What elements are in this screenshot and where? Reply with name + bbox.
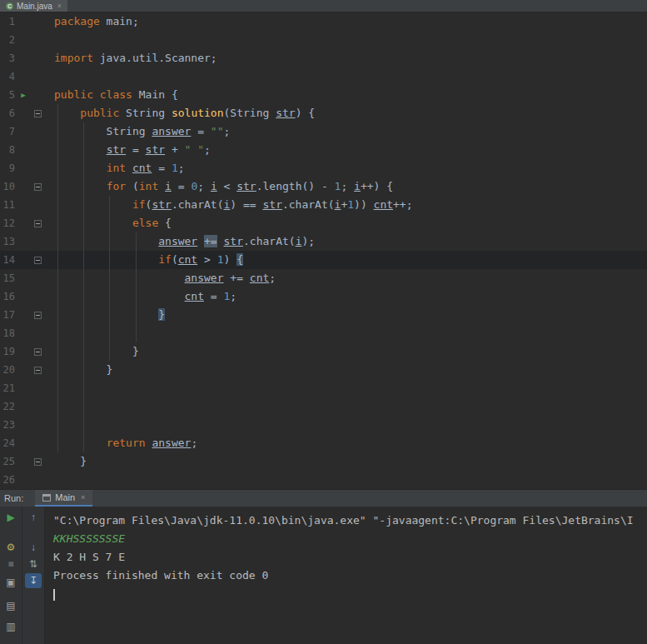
console-line: KKHSSSSSSSE	[53, 530, 647, 548]
code-line[interactable]: 16 cnt = 1;	[0, 287, 647, 306]
fold-marker-icon[interactable]	[34, 220, 42, 227]
code-text: }	[54, 452, 87, 471]
gutter-slot	[32, 361, 43, 379]
fold-marker-icon[interactable]	[34, 367, 42, 374]
line-number: 14	[0, 251, 15, 269]
fold-marker-icon[interactable]	[34, 348, 42, 356]
line-number: 24	[0, 434, 15, 452]
gutter-slot	[32, 324, 43, 342]
code-line[interactable]: 21	[0, 379, 647, 397]
run-class-icon[interactable]: ▶	[21, 86, 25, 104]
gutter-slot	[15, 177, 32, 196]
code-text: answer += str.charAt(i);	[54, 232, 315, 251]
line-number: 10	[0, 177, 15, 196]
code-line[interactable]: 12 else {	[0, 214, 647, 232]
gutter-pad	[43, 122, 54, 141]
line-number: 16	[0, 287, 15, 306]
scroll-to-end-button[interactable]: ↧	[25, 573, 42, 588]
code-line[interactable]: 1package main;	[0, 12, 647, 31]
up-stack-trace-button[interactable]: ↑	[25, 510, 42, 525]
editor-tab-main-java[interactable]: C Main.java ×	[0, 0, 67, 12]
fold-marker-icon[interactable]	[34, 312, 42, 319]
code-line[interactable]: 19 }	[0, 342, 647, 361]
line-number: 3	[0, 49, 15, 67]
gutter-pad	[43, 471, 54, 489]
code-line[interactable]: 13 answer += str.charAt(i);	[0, 232, 647, 251]
console-line: "C:\Program Files\Java\jdk-11.0.10\bin\j…	[53, 512, 647, 530]
fold-marker-icon[interactable]	[34, 110, 42, 117]
gutter-slot	[15, 324, 32, 342]
run-label: Run:	[0, 493, 35, 503]
gutter-pad	[43, 49, 54, 67]
code-line[interactable]: 2	[0, 31, 647, 49]
gutter-slot	[32, 49, 43, 67]
console-output[interactable]: "C:\Program Files\Java\jdk-11.0.10\bin\j…	[45, 507, 647, 644]
gutter-slot	[15, 232, 32, 251]
line-number: 18	[0, 324, 15, 342]
code-line[interactable]: 7 String answer = "";	[0, 122, 647, 141]
gutter-slot	[32, 12, 43, 31]
gutter-pad	[43, 12, 54, 31]
code-line[interactable]: 6 public String solution(String str) {	[0, 104, 647, 122]
gutter-slot	[32, 86, 43, 104]
gutter-slot	[15, 342, 32, 361]
clear-all-button[interactable]: ▥	[2, 619, 19, 634]
code-line[interactable]: 5▶public class Main {	[0, 86, 647, 104]
indent-guide	[83, 122, 84, 452]
line-number: 20	[0, 361, 15, 379]
code-text: for (int i = 0; i < str.length() - 1; i+…	[54, 177, 393, 196]
line-number: 22	[0, 397, 15, 416]
gutter-slot	[15, 214, 32, 232]
run-toolbar-main: ▶⚙■▣▤▥	[0, 507, 22, 644]
gutter-pad	[43, 159, 54, 177]
gutter-pad	[43, 104, 54, 122]
gutter-slot	[32, 397, 43, 416]
rerun-button[interactable]: ▶	[2, 510, 19, 525]
code-line[interactable]: 23	[0, 416, 647, 434]
code-line[interactable]: 8 str = str + " ";	[0, 141, 647, 159]
code-line[interactable]: 15 answer += cnt;	[0, 269, 647, 287]
gutter-slot	[32, 452, 43, 471]
gutter-slot	[15, 12, 32, 31]
code-line[interactable]: 18	[0, 324, 647, 342]
gutter-slot	[32, 196, 43, 214]
code-line[interactable]: 24 return answer;	[0, 434, 647, 452]
line-number: 25	[0, 452, 15, 471]
down-stack-trace-button[interactable]: ↓	[25, 540, 42, 555]
code-line[interactable]: 26	[0, 471, 647, 489]
code-line[interactable]: 3import java.util.Scanner;	[0, 49, 647, 67]
code-line[interactable]: 9 int cnt = 1;	[0, 159, 647, 177]
build-settings-button[interactable]: ⚙	[2, 540, 19, 555]
code-line[interactable]: 17 }	[0, 306, 647, 324]
code-line[interactable]: 22	[0, 397, 647, 416]
run-tab-main[interactable]: Main ×	[35, 490, 92, 507]
code-line[interactable]: 11 if(str.charAt(i) == str.charAt(i+1)) …	[0, 196, 647, 214]
run-tab-close-icon[interactable]: ×	[81, 493, 85, 502]
indent-guide	[136, 232, 137, 342]
code-line[interactable]: 25 }	[0, 452, 647, 471]
code-text: String answer = "";	[54, 122, 230, 141]
fold-marker-icon[interactable]	[34, 257, 42, 264]
line-number: 9	[0, 159, 15, 177]
print-button[interactable]: ▤	[2, 598, 19, 613]
code-line[interactable]: 20 }	[0, 361, 647, 379]
fold-marker-icon[interactable]	[34, 458, 42, 466]
code-editor[interactable]: 1package main;23import java.util.Scanner…	[0, 12, 647, 489]
code-text: public String solution(String str) {	[54, 104, 315, 122]
code-line[interactable]: 14 if(cnt > 1) {	[0, 251, 647, 269]
gutter-pad	[43, 269, 54, 287]
editor-tab-title: Main.java	[17, 2, 52, 11]
stop-button[interactable]: ■	[2, 557, 19, 572]
line-number: 6	[0, 104, 15, 122]
thread-dump-button[interactable]: ▣	[2, 575, 19, 590]
line-number: 12	[0, 214, 15, 232]
code-line[interactable]: 10 for (int i = 0; i < str.length() - 1;…	[0, 177, 647, 196]
code-text: public class Main {	[54, 86, 178, 104]
tab-close-icon[interactable]: ×	[57, 2, 62, 10]
gutter-pad	[43, 177, 54, 196]
code-line[interactable]: 4	[0, 67, 647, 86]
gutter-pad	[43, 141, 54, 159]
fold-marker-icon[interactable]	[34, 183, 42, 191]
soft-wrap-button[interactable]: ⇅	[25, 557, 42, 572]
gutter-slot	[15, 306, 32, 324]
